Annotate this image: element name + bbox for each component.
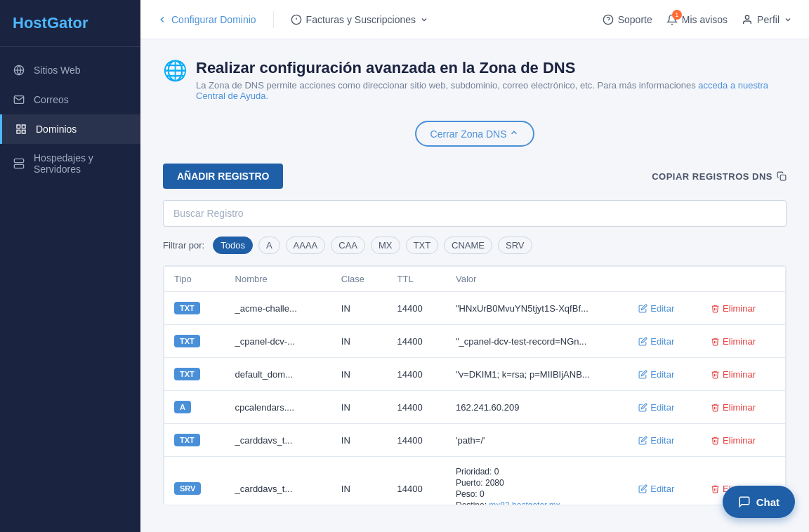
filter-label: Filtrar por: xyxy=(163,240,204,251)
sidebar-label-hospedajes: Hospedajes y Servidores xyxy=(34,152,128,175)
filter-a[interactable]: A xyxy=(258,237,280,254)
row-value: 'path=/' xyxy=(446,424,629,457)
edit-button[interactable]: Editar xyxy=(638,435,674,446)
type-badge-txt: TXT xyxy=(174,335,200,347)
table-row: TXT _acme-challe... IN 14400 "HNxUrB0Mvu… xyxy=(164,292,786,325)
dns-table-container: Tipo Nombre Clase TTL Valor TXT xyxy=(163,265,787,505)
chat-button[interactable]: Chat xyxy=(723,486,795,518)
row-delete-cell: Eliminar xyxy=(701,325,785,358)
row-type: TXT xyxy=(164,358,225,391)
filter-aaaa[interactable]: AAAA xyxy=(286,237,326,254)
row-ttl: 14400 xyxy=(388,457,447,505)
copy-dns-button[interactable]: COPIAR REGISTROS DNS xyxy=(652,171,787,182)
close-zone-container: Cerrar Zona DNS xyxy=(163,109,787,164)
sidebar-item-hospedajes[interactable]: Hospedajes y Servidores xyxy=(0,144,140,183)
row-class: IN xyxy=(331,424,388,457)
filter-srv[interactable]: SRV xyxy=(498,237,532,254)
trash-icon xyxy=(711,370,720,379)
svg-rect-16 xyxy=(780,175,786,180)
row-class: IN xyxy=(331,292,388,325)
back-button[interactable]: Configurar Dominio xyxy=(157,14,256,25)
filter-txt[interactable]: TXT xyxy=(406,237,439,254)
filter-todos[interactable]: Todos xyxy=(213,237,253,254)
row-value: "HNxUrB0MvuYN5tjyt1S-XqfBf... xyxy=(446,292,629,325)
row-delete-cell: Eliminar xyxy=(701,292,785,325)
row-class: IN xyxy=(331,325,388,358)
notifications-button[interactable]: 1 Mis avisos xyxy=(666,14,728,25)
profile-button[interactable]: Perfil xyxy=(742,14,792,25)
edit-button[interactable]: Editar xyxy=(638,369,674,380)
row-delete-cell: Eliminar xyxy=(701,391,785,424)
dns-table-scroll[interactable]: Tipo Nombre Clase TTL Valor TXT xyxy=(164,266,786,505)
table-row: SRV _carddavs_t... IN 14400 Prioridad: 0… xyxy=(164,457,786,505)
srv-priority: Prioridad: 0 xyxy=(456,467,619,477)
chat-icon xyxy=(738,496,751,508)
row-ttl: 14400 xyxy=(388,358,447,391)
row-name: default_dom... xyxy=(225,358,331,391)
pencil-icon xyxy=(638,370,647,379)
srv-dest-link[interactable]: mx82.hostgator.mx xyxy=(489,500,560,505)
row-delete-cell: Eliminar xyxy=(701,424,785,457)
close-zone-button[interactable]: Cerrar Zona DNS xyxy=(415,121,535,147)
row-edit-cell: Editar xyxy=(629,292,701,325)
page-description: La Zona de DNS permite acciones como dir… xyxy=(196,80,787,101)
sidebar-item-correos[interactable]: Correos xyxy=(0,85,140,114)
row-name: _carddavs_t... xyxy=(225,424,331,457)
table-row: A cpcalendars.... IN 14400 162.241.60.20… xyxy=(164,391,786,424)
edit-button[interactable]: Editar xyxy=(638,336,674,347)
edit-button[interactable]: Editar xyxy=(638,303,674,314)
table-row: TXT _cpanel-dcv-... IN 14400 "_cpanel-dc… xyxy=(164,325,786,358)
type-badge-txt: TXT xyxy=(174,368,200,380)
logo-text2: Gator xyxy=(47,14,88,32)
delete-button[interactable]: Eliminar xyxy=(711,336,756,347)
row-delete-cell: Eliminar xyxy=(701,358,785,391)
back-arrow-icon xyxy=(157,15,167,25)
edit-button[interactable]: Editar xyxy=(638,402,674,413)
support-icon xyxy=(603,14,614,25)
profile-icon xyxy=(742,14,753,25)
pencil-icon xyxy=(638,484,647,493)
globe-icon xyxy=(13,64,25,77)
server-icon xyxy=(13,157,25,170)
srv-port: Puerto: 2080 xyxy=(456,478,619,488)
col-clase: Clase xyxy=(331,267,388,292)
svg-point-15 xyxy=(745,15,749,19)
col-valor: Valor xyxy=(446,267,629,292)
sidebar-label-correos: Correos xyxy=(34,94,69,105)
row-ttl: 14400 xyxy=(388,292,447,325)
row-edit-cell: Editar xyxy=(629,325,701,358)
row-name: cpcalendars.... xyxy=(225,391,331,424)
delete-button[interactable]: Eliminar xyxy=(711,435,756,446)
delete-button[interactable]: Eliminar xyxy=(711,303,756,314)
trash-icon xyxy=(711,304,720,313)
delete-button[interactable]: Eliminar xyxy=(711,402,756,413)
edit-button[interactable]: Editar xyxy=(638,484,674,494)
trash-icon xyxy=(711,436,720,445)
row-edit-cell: Editar xyxy=(629,391,701,424)
row-type: SRV xyxy=(164,457,225,505)
logo: HostGator xyxy=(0,0,140,47)
row-value: 162.241.60.209 xyxy=(446,391,629,424)
row-name: _cpanel-dcv-... xyxy=(225,325,331,358)
filter-mx[interactable]: MX xyxy=(371,237,400,254)
delete-button[interactable]: Eliminar xyxy=(711,369,756,380)
chat-label: Chat xyxy=(756,496,780,508)
table-body: TXT _acme-challe... IN 14400 "HNxUrB0Mvu… xyxy=(164,292,786,505)
pencil-icon xyxy=(638,436,647,445)
sidebar-item-dominios[interactable]: Dominios xyxy=(0,114,140,144)
sidebar-item-sitios-web[interactable]: Sitios Web xyxy=(0,55,140,85)
support-button[interactable]: Soporte xyxy=(603,14,652,25)
trash-icon xyxy=(711,403,720,412)
row-type: A xyxy=(164,391,225,424)
pencil-icon xyxy=(638,403,647,412)
add-record-button[interactable]: AÑADIR REGISTRO xyxy=(163,164,283,189)
row-class: IN xyxy=(331,457,388,505)
billing-button[interactable]: Facturas y Suscripciones xyxy=(291,14,428,25)
search-input[interactable] xyxy=(163,200,787,227)
sidebar: HostGator Sitios Web Correos Dominios xyxy=(0,0,140,532)
filter-caa[interactable]: CAA xyxy=(331,237,365,254)
billing-icon xyxy=(291,14,302,25)
svg-rect-7 xyxy=(14,164,23,168)
chevron-down-billing-icon xyxy=(420,15,428,24)
filter-cname[interactable]: CNAME xyxy=(444,237,492,254)
